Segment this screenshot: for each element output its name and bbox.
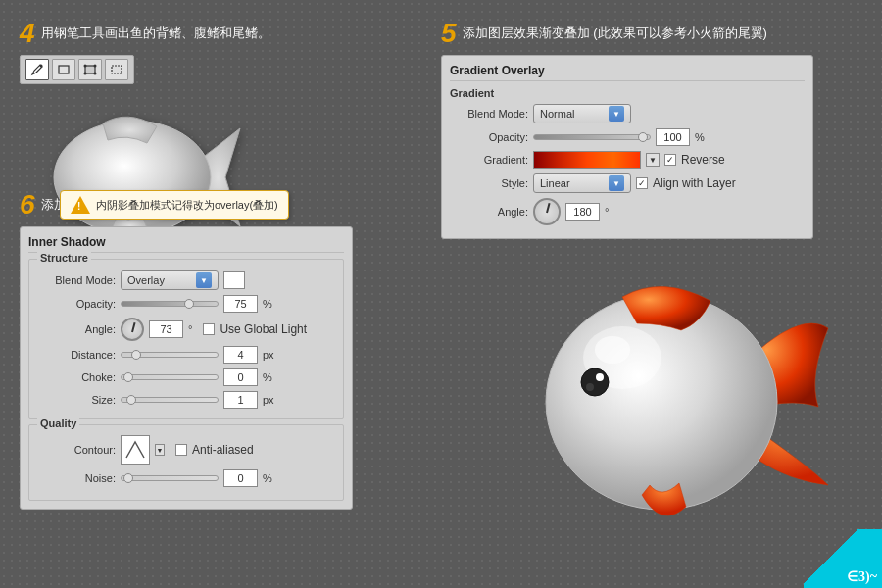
noise-label: Noise: xyxy=(37,472,116,484)
angle-dial-6[interactable] xyxy=(121,318,144,341)
blend-mode-label: Blend Mode: xyxy=(450,108,528,120)
gradient-picker[interactable] xyxy=(533,151,641,169)
pen-tool-button[interactable] xyxy=(25,59,49,80)
opacity-thumb[interactable] xyxy=(638,132,648,142)
gradient-options-button[interactable]: ▼ xyxy=(646,153,660,167)
svg-point-5 xyxy=(84,73,87,75)
step-5-number: 5 xyxy=(441,20,457,47)
align-layer-label: Align with Layer xyxy=(653,176,736,190)
gradient-overlay-panel: Gradient Overlay Gradient Blend Mode: No… xyxy=(441,55,813,239)
blend-mode-value-6: Overlay xyxy=(127,274,165,286)
blend-mode-dropdown[interactable]: Normal ▼ xyxy=(533,104,631,123)
svg-point-11 xyxy=(595,336,630,364)
style-label: Style: xyxy=(450,177,528,189)
warning-triangle-icon xyxy=(71,196,90,214)
size-slider[interactable] xyxy=(121,397,219,403)
global-light-label: Use Global Light xyxy=(220,322,307,336)
noise-slider[interactable] xyxy=(121,475,219,481)
blend-mode-row-6: Blend Mode: Overlay ▼ xyxy=(37,270,335,290)
size-label: Size: xyxy=(37,394,116,406)
choke-label: Choke: xyxy=(37,371,116,383)
gradient-row: Gradient: ▼ Reverse xyxy=(450,151,805,169)
opacity-input[interactable]: 100 xyxy=(656,128,690,146)
step-5-section: 5 添加图层效果渐变叠加 (此效果可以参考小火箭的尾翼) Gradient Ov… xyxy=(441,20,813,239)
contour-label: Contour: xyxy=(37,444,116,456)
distance-input[interactable]: 4 xyxy=(223,346,258,364)
warning-text: 内阴影叠加模式记得改为overlay(叠加) xyxy=(96,198,278,213)
svg-rect-2 xyxy=(85,66,95,74)
angle-input-5[interactable]: 180 xyxy=(565,203,600,220)
choke-slider[interactable] xyxy=(121,374,219,380)
choke-row: Choke: 0 % xyxy=(37,368,335,386)
distance-slider[interactable] xyxy=(121,352,219,358)
angle-label-6: Angle: xyxy=(37,323,116,335)
opacity-label: Opacity: xyxy=(450,131,528,143)
choke-thumb[interactable] xyxy=(123,372,133,382)
opacity-thumb-6[interactable] xyxy=(184,299,194,309)
contour-row: Contour: ▼ Anti-aliased xyxy=(37,435,335,465)
step-6-number: 6 xyxy=(20,191,35,219)
blend-color-swatch[interactable] xyxy=(223,271,245,289)
svg-point-12 xyxy=(581,368,609,396)
distance-thumb[interactable] xyxy=(131,350,141,360)
rectangle-tool-button-2[interactable] xyxy=(78,59,102,80)
step-5-description: 添加图层效果渐变叠加 (此效果可以参考小火箭的尾翼) xyxy=(463,24,767,42)
svg-point-13 xyxy=(596,373,604,381)
size-input[interactable]: 1 xyxy=(223,391,258,409)
angle-dial-5[interactable] xyxy=(533,198,561,225)
svg-point-3 xyxy=(84,65,87,68)
align-layer-checkbox[interactable] xyxy=(636,177,648,189)
rectangle-tool-button-3[interactable] xyxy=(105,59,128,80)
svg-point-0 xyxy=(40,65,43,68)
quality-group: Quality Contour: ▼ Anti-aliased Noise: 0 xyxy=(28,424,344,501)
watermark: ∈3)~ xyxy=(804,529,882,588)
fish-illustration-2 xyxy=(519,265,862,549)
global-light-checkbox[interactable] xyxy=(203,323,215,335)
warning-tooltip: 内阴影叠加模式记得改为overlay(叠加) xyxy=(60,190,289,220)
svg-rect-7 xyxy=(112,66,122,74)
blend-mode-row: Blend Mode: Normal ▼ xyxy=(450,104,805,123)
opacity-row-6: Opacity: 75 % xyxy=(37,295,335,313)
quality-title: Quality xyxy=(37,417,79,429)
rectangle-tool-button-1[interactable] xyxy=(52,59,75,80)
opacity-slider-6[interactable] xyxy=(121,301,219,307)
angle-input-6[interactable]: 73 xyxy=(149,320,183,338)
opacity-unit: % xyxy=(695,131,705,143)
watermark-text: ∈3)~ xyxy=(847,568,877,585)
step-4-number: 4 xyxy=(20,20,35,47)
contour-preview[interactable] xyxy=(121,435,150,465)
choke-unit: % xyxy=(263,371,272,383)
anti-alias-label: Anti-aliased xyxy=(192,443,254,457)
noise-input[interactable]: 0 xyxy=(223,469,258,487)
style-value: Linear xyxy=(540,177,570,189)
size-unit: px xyxy=(263,394,274,406)
angle-unit-5: ° xyxy=(605,206,609,218)
style-dropdown[interactable]: Linear ▼ xyxy=(533,173,631,193)
opacity-row: Opacity: 100 % xyxy=(450,128,805,146)
svg-point-6 xyxy=(94,73,97,75)
rect-icon-1 xyxy=(57,63,71,76)
distance-label: Distance: xyxy=(37,349,116,361)
rect-icon-2 xyxy=(83,63,97,76)
opacity-input-6[interactable]: 75 xyxy=(223,295,258,313)
size-thumb[interactable] xyxy=(126,395,136,405)
svg-point-9 xyxy=(546,294,777,510)
angle-row-6: Angle: 73 ° Use Global Light xyxy=(37,318,335,341)
opacity-label-6: Opacity: xyxy=(37,298,116,310)
contour-arrow[interactable]: ▼ xyxy=(155,444,165,456)
anti-alias-checkbox[interactable] xyxy=(175,444,187,456)
blend-mode-dropdown-6[interactable]: Overlay ▼ xyxy=(121,270,219,290)
gradient-section-title: Gradient xyxy=(450,87,805,99)
rect-icon-3 xyxy=(110,63,123,76)
opacity-slider[interactable] xyxy=(533,134,651,140)
fish-svg-2 xyxy=(524,270,858,544)
distance-unit: px xyxy=(263,349,274,361)
choke-input[interactable]: 0 xyxy=(223,368,258,386)
reverse-checkbox[interactable] xyxy=(664,154,676,166)
inner-shadow-panel: 内阴影叠加模式记得改为overlay(叠加) Inner Shadow Stru… xyxy=(20,226,353,510)
style-row: Style: Linear ▼ Align with Layer xyxy=(450,173,805,193)
noise-thumb[interactable] xyxy=(123,473,133,483)
structure-group: Structure Blend Mode: Overlay ▼ Opacity:… xyxy=(28,259,344,419)
noise-row: Noise: 0 % xyxy=(37,469,335,487)
distance-row: Distance: 4 px xyxy=(37,346,335,364)
